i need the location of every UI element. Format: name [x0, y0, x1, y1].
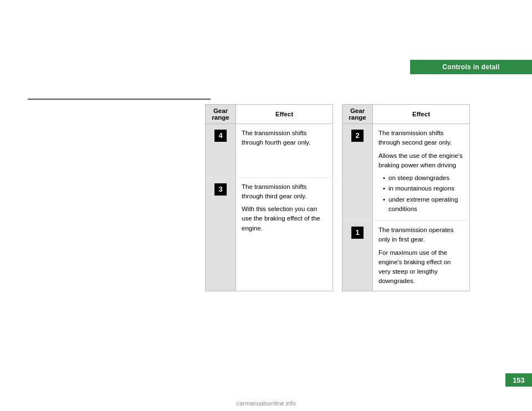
badge-4: 4 [214, 130, 227, 142]
effect-text-4-1: The transmission shifts through fourth g… [242, 129, 327, 148]
gear-badge-2: 2 [342, 124, 373, 221]
table-row: 2 The transmission shifts through second… [342, 124, 470, 221]
gear-badge-1: 1 [342, 221, 373, 291]
section-header-bar: Controls in detail [410, 60, 532, 74]
badge-3: 3 [214, 183, 227, 196]
gear-header-left: Gearrange [206, 105, 236, 124]
page-number-badge: 153 [505, 373, 532, 387]
effect-text-3-1: The transmission shifts through third ge… [242, 182, 327, 202]
effect-text-1-2: For maximum use of the engine's braking … [378, 248, 464, 286]
bullet-item: in mountainous regions [383, 184, 464, 193]
effect-header-left: Effect [236, 105, 333, 124]
effect-cell-3: The transmission shifts through third ge… [236, 177, 333, 291]
effect-cell-4: The transmission shifts through fourth g… [236, 124, 333, 178]
gear-table-left: Gearrange Effect 4 The transmission shif… [205, 104, 333, 291]
table-row: 1 The transmission operates only in firs… [342, 221, 470, 291]
section-header-label: Controls in detail [442, 63, 499, 71]
effect-text-1-1: The transmission operates only in first … [378, 225, 464, 245]
effect-text-2-2: Allows the use of the engine's braking p… [378, 151, 464, 171]
gear-header-right: Gearrange [342, 105, 373, 124]
bullet-item: on steep downgrades [383, 173, 464, 183]
effect-cell-2: The transmission shifts through second g… [373, 124, 470, 221]
table-row: 4 The transmission shifts through fourth… [206, 124, 333, 178]
gear-badge-3: 3 [206, 177, 236, 291]
table-row: 3 The transmission shifts through third … [206, 177, 333, 291]
effect-text-2-1: The transmission shifts through second g… [378, 129, 464, 148]
section-divider-line [28, 99, 211, 100]
page-number-text: 153 [513, 376, 525, 384]
effect-cell-1: The transmission operates only in first … [373, 221, 470, 291]
bullet-item: under extreme operating conditions [383, 195, 464, 214]
badge-1: 1 [351, 227, 364, 239]
effect-header-right: Effect [373, 105, 470, 124]
effect-text-3-2: With this selection you can use the brak… [242, 204, 327, 233]
bullet-list-2: on steep downgrades in mountainous regio… [378, 173, 464, 214]
gear-badge-4: 4 [206, 124, 236, 178]
tables-container: Gearrange Effect 4 The transmission shif… [205, 104, 470, 291]
gear-table-right: Gearrange Effect 2 The transmission shif… [342, 104, 470, 291]
badge-2: 2 [351, 130, 364, 142]
watermark: carmanualsonline.info [236, 400, 295, 407]
